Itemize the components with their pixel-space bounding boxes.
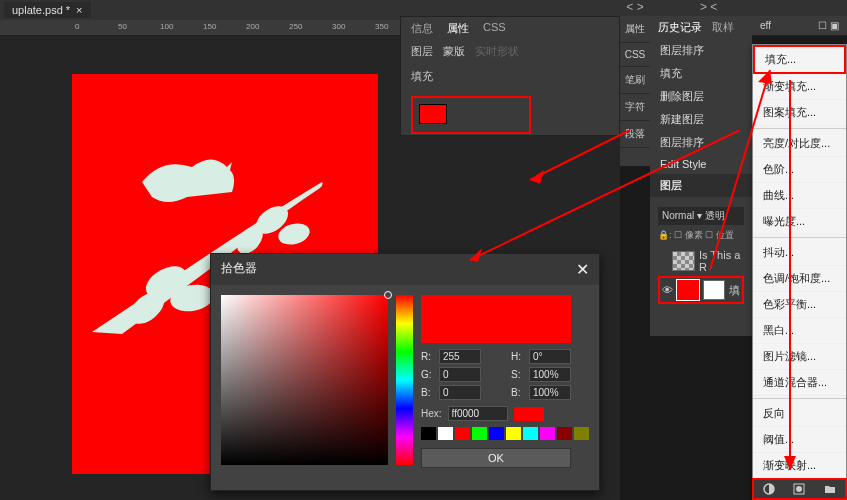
menu-threshold[interactable]: 阈值... [753, 427, 846, 453]
fill-color-swatch[interactable] [419, 104, 447, 124]
tab-history[interactable]: 历史记录 [658, 20, 702, 35]
panel-strip: 属性 CSS 笔刷 字符 段落 [620, 16, 650, 166]
strip-paragraph[interactable]: 段落 [620, 121, 650, 148]
menu-separator [753, 128, 846, 129]
menu-levels[interactable]: 色阶... [753, 157, 846, 183]
adjustment-layer-icon[interactable] [762, 482, 776, 496]
h-label: H: [511, 351, 525, 362]
properties-panel: 信息 属性 CSS 图层 蒙版 实时形状 填充 [400, 16, 620, 136]
s-input[interactable] [529, 367, 571, 382]
swatch[interactable] [523, 427, 538, 440]
history-tabs: 历史记录 取样 [650, 16, 752, 39]
history-item[interactable]: 图层排序 [650, 131, 752, 154]
hex-label: Hex: [421, 408, 442, 419]
properties-tabs: 信息 属性 CSS [401, 17, 619, 40]
history-item[interactable]: 删除图层 [650, 85, 752, 108]
picker-body: R: H: G: S: B: B: Hex: [211, 285, 599, 478]
ok-button[interactable]: OK [421, 448, 571, 468]
context-menu-header: eff ☐ ▣ [752, 16, 847, 35]
tab-info[interactable]: 信息 [411, 21, 433, 36]
history-item[interactable]: 图层排序 [650, 39, 752, 62]
menu-gradient-fill[interactable]: 渐变填充... [753, 74, 846, 100]
visibility-icon[interactable]: 👁 [662, 284, 673, 296]
blend-mode-label: Normal [662, 210, 694, 221]
swatch[interactable] [455, 427, 470, 440]
color-preview [421, 295, 571, 343]
subtab-mask[interactable]: 蒙版 [443, 44, 465, 59]
v-input[interactable] [529, 385, 571, 400]
menu-pattern-fill[interactable]: 图案填充... [753, 100, 846, 126]
swatch[interactable] [574, 427, 589, 440]
menu-fill[interactable]: 填充... [753, 45, 846, 74]
history-list: 图层排序 填充 删除图层 新建图层 图层排序 Edit Style [650, 39, 752, 174]
svg-point-8 [796, 486, 802, 492]
tab-sample[interactable]: 取样 [712, 20, 734, 35]
hue-slider[interactable] [396, 295, 413, 465]
color-cursor[interactable] [384, 291, 392, 299]
r-label: R: [421, 351, 435, 362]
folder-icon[interactable] [823, 482, 837, 496]
r-input[interactable] [439, 349, 481, 364]
menu-channel-mixer[interactable]: 通道混合器... [753, 370, 846, 396]
swatch[interactable] [540, 427, 555, 440]
layer-thumbnail[interactable] [677, 280, 699, 300]
history-item[interactable]: 填充 [650, 62, 752, 85]
strip-brush[interactable]: 笔刷 [620, 67, 650, 94]
menu-photo-filter[interactable]: 图片滤镜... [753, 344, 846, 370]
layer-row-selected[interactable]: 👁 填 [658, 276, 744, 304]
picker-titlebar[interactable]: 拾色器 ✕ [211, 254, 599, 285]
subtab-liveshape[interactable]: 实时形状 [475, 44, 519, 59]
panel-collapse-icon[interactable]: < > [620, 0, 650, 14]
hex-swatch [514, 407, 544, 421]
close-icon[interactable]: ✕ [576, 260, 589, 279]
layers-header: 图层 [650, 174, 752, 197]
b-input[interactable] [439, 385, 481, 400]
swatch[interactable] [421, 427, 436, 440]
mask-icon[interactable] [792, 482, 806, 496]
strip-character[interactable]: 字符 [620, 94, 650, 121]
close-icon[interactable]: × [76, 4, 82, 16]
tab-css[interactable]: CSS [483, 21, 506, 36]
lock-row[interactable]: 🔒: ☐ 像素 ☐ 位置 [658, 229, 744, 242]
g-label: G: [421, 369, 435, 380]
swatch[interactable] [557, 427, 572, 440]
s-label: S: [511, 369, 525, 380]
menu-invert[interactable]: 反向 [753, 401, 846, 427]
view-icons[interactable]: ☐ ▣ [818, 20, 839, 31]
strip-css[interactable]: CSS [620, 43, 650, 67]
document-tab[interactable]: uplate.psd * × [4, 2, 91, 18]
g-input[interactable] [439, 367, 481, 382]
menu-vibrance[interactable]: 抖动... [753, 240, 846, 266]
blend-mode-dropdown[interactable]: Normal ▾ 透明 [658, 207, 744, 225]
menu-exposure[interactable]: 曝光度... [753, 209, 846, 235]
ruler-tick: 50 [118, 22, 127, 31]
picker-values: R: H: G: S: B: B: Hex: [421, 295, 589, 468]
opacity-label: 透明 [705, 210, 725, 221]
menu-hue-sat[interactable]: 色调/饱和度... [753, 266, 846, 292]
subtab-layer[interactable]: 图层 [411, 44, 433, 59]
swatch[interactable] [489, 427, 504, 440]
fill-label: 填充 [401, 63, 619, 90]
menu-black-white[interactable]: 黑白... [753, 318, 846, 344]
hex-input[interactable] [448, 406, 508, 421]
menu-curves[interactable]: 曲线... [753, 183, 846, 209]
history-item[interactable]: 新建图层 [650, 108, 752, 131]
picker-title-label: 拾色器 [221, 260, 257, 279]
tab-attributes[interactable]: 属性 [447, 21, 469, 36]
h-input[interactable] [529, 349, 571, 364]
menu-brightness[interactable]: 亮度/对比度... [753, 131, 846, 157]
layer-row[interactable]: Is This a R [658, 246, 744, 276]
layer-mask-thumbnail[interactable] [703, 280, 725, 300]
swatch[interactable] [506, 427, 521, 440]
history-panel: 历史记录 取样 图层排序 填充 删除图层 新建图层 图层排序 Edit Styl… [650, 16, 752, 336]
saturation-brightness-field[interactable] [221, 295, 388, 465]
menu-gradient-map[interactable]: 渐变映射... [753, 453, 846, 479]
swatch[interactable] [438, 427, 453, 440]
panel-collapse-icon[interactable]: > < [700, 0, 717, 14]
swatch[interactable] [472, 427, 487, 440]
strip-attributes[interactable]: 属性 [620, 16, 650, 43]
eff-label: eff [760, 20, 771, 31]
menu-color-balance[interactable]: 色彩平衡... [753, 292, 846, 318]
history-item[interactable]: Edit Style [650, 154, 752, 174]
layer-thumbnail[interactable] [672, 251, 695, 271]
